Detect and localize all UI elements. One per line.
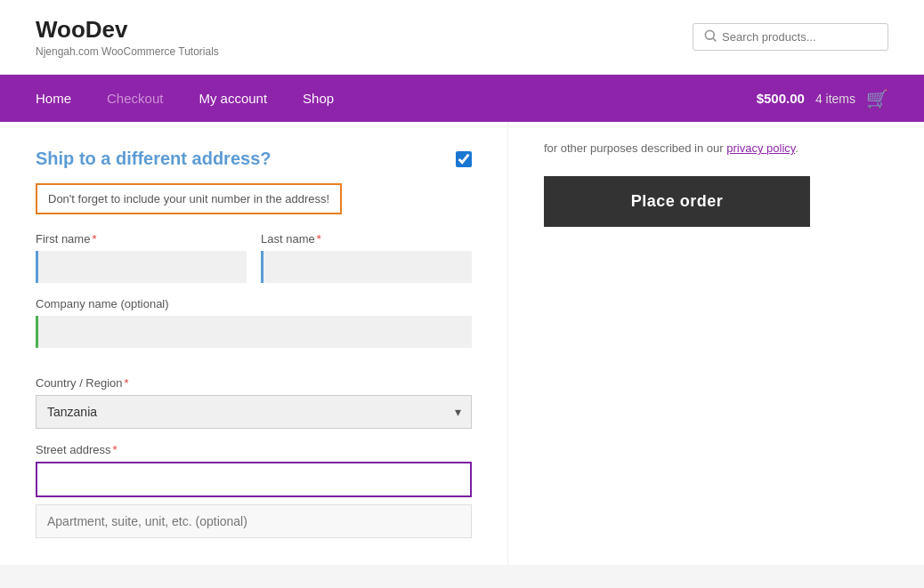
company-input[interactable] — [36, 316, 472, 348]
nav-checkout[interactable]: Checkout — [89, 75, 181, 122]
search-box — [693, 23, 888, 51]
cart-amount: $500.00 — [757, 91, 805, 106]
site-header: WooDev Njengah.com WooCommerce Tutorials — [0, 0, 924, 75]
company-label: Company name (optional) — [36, 297, 472, 310]
site-title: WooDev — [36, 16, 219, 44]
ship-section-header: Ship to a different address? — [36, 149, 472, 169]
company-group: Company name (optional) — [36, 297, 472, 362]
nav-home[interactable]: Home — [36, 75, 89, 122]
last-name-input[interactable] — [261, 251, 472, 283]
site-tagline: Njengah.com WooCommerce Tutorials — [36, 45, 219, 58]
main-nav: Home Checkout My account Shop $500.00 4 … — [0, 75, 924, 122]
country-group: Country / Region* Tanzania — [36, 376, 472, 443]
main-content: Ship to a different address? Don't forge… — [0, 122, 924, 565]
search-input[interactable] — [722, 30, 877, 44]
street-input[interactable] — [36, 462, 472, 497]
left-panel: Ship to a different address? Don't forge… — [0, 122, 507, 565]
right-panel: for other purposes described in our priv… — [507, 122, 846, 565]
nav-my-account[interactable]: My account — [181, 75, 285, 122]
cart-icon[interactable]: 🛒 — [866, 88, 888, 109]
svg-point-0 — [705, 30, 714, 39]
apt-input[interactable] — [36, 504, 472, 538]
privacy-link[interactable]: privacy policy — [726, 141, 795, 155]
country-select[interactable]: Tanzania — [36, 395, 472, 429]
last-name-label: Last name* — [261, 232, 472, 246]
ship-title: Ship to a different address? — [36, 149, 271, 169]
country-label: Country / Region* — [36, 376, 472, 390]
notice-text: Don't forget to include your unit number… — [48, 192, 329, 205]
place-order-button[interactable]: Place order — [544, 176, 810, 227]
first-name-group: First name* — [36, 232, 247, 283]
name-row: First name* Last name* — [36, 232, 472, 283]
nav-links: Home Checkout My account Shop — [36, 75, 352, 122]
privacy-text: for other purposes described in our priv… — [544, 140, 810, 158]
cart-count: 4 items — [815, 92, 855, 106]
notice-box: Don't forget to include your unit number… — [36, 183, 342, 214]
first-name-label: First name* — [36, 232, 247, 246]
country-select-wrapper: Tanzania — [36, 395, 472, 429]
site-brand: WooDev Njengah.com WooCommerce Tutorials — [36, 16, 219, 58]
cart-summary: $500.00 4 items 🛒 — [757, 88, 888, 109]
search-icon — [704, 29, 717, 44]
nav-shop[interactable]: Shop — [285, 75, 352, 122]
street-label: Street address* — [36, 443, 472, 456]
first-name-input[interactable] — [36, 251, 247, 283]
street-group: Street address* — [36, 443, 472, 538]
ship-checkbox[interactable] — [456, 151, 472, 167]
last-name-group: Last name* — [261, 232, 472, 283]
svg-line-1 — [713, 38, 716, 41]
